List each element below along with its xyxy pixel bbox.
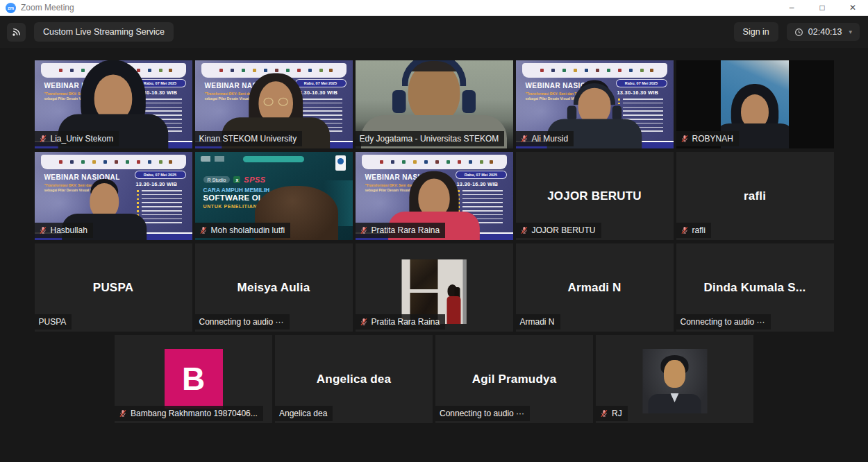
poster-sponsor-band <box>362 155 507 169</box>
mic-muted-icon <box>360 226 368 234</box>
participant-tile-angelica[interactable]: Angelica dea Angelica dea <box>275 335 433 423</box>
name-label: Ali Mursid <box>516 131 574 146</box>
participant-name: Armadi N <box>520 317 555 327</box>
mic-muted-icon <box>360 318 368 326</box>
close-button[interactable]: ✕ <box>837 0 868 15</box>
zoom-app-icon: zm <box>6 3 16 13</box>
streaming-service-badge[interactable]: Custom Live Streaming Service <box>34 22 174 42</box>
participant-name: Kinan STEKOM University <box>199 134 297 144</box>
excel-icon <box>233 176 240 183</box>
mic-muted-icon <box>39 226 47 234</box>
name-label: Moh sholahudin lutfi <box>195 223 291 238</box>
participant-name: Hasbullah <box>51 225 87 235</box>
mic-muted-icon <box>520 135 528 143</box>
poster-tools-row: R Studio SPSS <box>203 176 266 184</box>
live-stream-button[interactable] <box>7 23 26 42</box>
name-label: Hasbullah <box>35 223 93 238</box>
sign-in-button[interactable]: Sign in <box>734 22 778 42</box>
participant-name: PUSPA <box>39 317 67 327</box>
poster-logos <box>201 156 237 162</box>
window-title: Zoom Meeting <box>21 3 74 12</box>
window-controls: – □ ✕ <box>776 0 868 15</box>
participant-tile-moh[interactable]: R Studio SPSS CARA AMPUH MEMILIH SOFTWAR… <box>195 152 353 240</box>
connecting-audio-label: Connecting to audio ··· <box>435 406 530 421</box>
participant-name: rafli <box>692 225 706 235</box>
mic-muted-icon <box>119 409 127 418</box>
participant-name: JOJOR BERUTU <box>532 225 596 235</box>
participant-tile-agil[interactable]: Agil Pramudya Connecting to audio ··· <box>435 335 593 423</box>
name-label: Lia_Univ Stekom <box>35 131 119 146</box>
participant-tile-bambang[interactable]: B Bambang Rakhmanto 19870406... <box>115 335 272 423</box>
participant-status: Connecting to audio ··· <box>681 317 765 327</box>
participant-name: Lia_Univ Stekom <box>51 134 114 144</box>
gallery-row-4: B Bambang Rakhmanto 19870406... Angelica… <box>115 335 753 423</box>
connecting-audio-label: Connecting to audio ··· <box>676 314 771 330</box>
connecting-audio-label: Connecting to audio ··· <box>195 314 290 330</box>
maximize-button[interactable]: □ <box>807 0 837 15</box>
profile-photo <box>642 349 707 413</box>
name-label: Angelica dea <box>275 406 333 421</box>
participant-tile-pratita-video[interactable]: WEBINAR NASIONAL "Transformasi DKV: Seni… <box>356 152 513 240</box>
name-label: JOJOR BERUTU <box>516 223 601 238</box>
name-label: Pratita Rara Raina <box>356 314 446 330</box>
participant-tile-puspa[interactable]: PUSPA PUSPA <box>35 243 192 332</box>
poster-line: CARA AMPUH MEMILIH <box>203 187 270 194</box>
name-label: Pratita Rara Raina <box>356 223 446 238</box>
mic-muted-icon <box>681 135 689 143</box>
name-label: RJ <box>596 406 628 421</box>
participant-gallery: WEBINAR NASIONAL "Transformasi DKV: Seni… <box>0 48 868 423</box>
mic-muted-icon <box>39 135 47 143</box>
participant-name: ROBYNAH <box>692 134 733 144</box>
name-label: Bambang Rakhmanto 19870406... <box>115 406 263 421</box>
mic-muted-icon <box>199 226 208 234</box>
participant-name: Bambang Rakhmanto 19870406... <box>131 409 258 418</box>
mic-muted-icon <box>681 226 689 234</box>
spss-logo-text: SPSS <box>244 176 265 184</box>
clock-icon <box>794 28 803 37</box>
name-label: Kinan STEKOM University <box>195 131 303 146</box>
poster-partner-badge <box>335 155 346 171</box>
name-label: rafli <box>676 223 711 238</box>
name-label: PUSPA <box>35 314 72 330</box>
participant-tile-hasbullah[interactable]: WEBINAR NASIONAL "Transformasi DKV: Seni… <box>35 152 192 240</box>
participant-status: Connecting to audio ··· <box>199 317 284 327</box>
name-label: Edy Jogatama - Universitas STEKOM <box>356 131 505 146</box>
participant-tile-jojor[interactable]: JOJOR BERUTU JOJOR BERUTU <box>516 152 674 240</box>
participant-tile-ali[interactable]: WEBINAR NASIONAL "Transformasi DKV: Seni… <box>516 60 674 148</box>
mic-muted-icon <box>600 409 608 418</box>
minimize-button[interactable]: – <box>776 0 807 15</box>
window-titlebar: zm Zoom Meeting – □ ✕ <box>0 0 868 16</box>
toolbar-right: Sign in 02:40:13 ▾ <box>734 22 860 42</box>
participant-name: Ali Mursid <box>532 134 569 144</box>
poster-sponsor-band <box>41 155 186 169</box>
participant-name: RJ <box>612 409 622 418</box>
participant-tile-dinda[interactable]: Dinda Kumala S... Connecting to audio ··… <box>676 243 834 332</box>
participant-tile-lia[interactable]: WEBINAR NASIONAL "Transformasi DKV: Seni… <box>35 60 192 148</box>
gallery-row-1: WEBINAR NASIONAL "Transformasi DKV: Seni… <box>35 60 834 148</box>
timer-value: 02:40:13 <box>808 27 842 37</box>
participant-name: Angelica dea <box>279 409 327 418</box>
name-label: ROBYNAH <box>676 131 739 146</box>
participant-tile-pratita-photo[interactable]: Pratita Rara Raina <box>356 243 513 332</box>
gallery-row-3: PUSPA PUSPA Meisya Aulia Connecting to a… <box>35 243 834 332</box>
participant-name: Edy Jogatama - Universitas STEKOM <box>360 134 499 144</box>
live-stream-icon <box>12 27 22 37</box>
chevron-down-icon: ▾ <box>849 28 852 35</box>
meeting-timer[interactable]: 02:40:13 ▾ <box>787 23 860 41</box>
mic-muted-icon <box>520 226 528 234</box>
participant-name: Moh sholahudin lutfi <box>211 225 285 235</box>
poster-header-pill <box>243 156 304 162</box>
participant-tile-armadi[interactable]: Armadi N Armadi N <box>516 243 674 332</box>
name-label: Armadi N <box>516 314 560 330</box>
participant-tile-meisya[interactable]: Meisya Aulia Connecting to audio ··· <box>195 243 353 332</box>
participant-tile-rj[interactable]: RJ <box>596 335 753 423</box>
meeting-toolbar: Custom Live Streaming Service Sign in 02… <box>0 16 868 48</box>
participant-tile-robynah[interactable]: ROBYNAH <box>676 60 834 148</box>
participant-name: Pratita Rara Raina <box>372 317 440 327</box>
gallery-row-2: WEBINAR NASIONAL "Transformasi DKV: Seni… <box>35 152 834 240</box>
participant-status: Connecting to audio ··· <box>440 409 524 418</box>
participant-tile-edy[interactable]: Edy Jogatama - Universitas STEKOM <box>356 60 513 148</box>
participant-name: Pratita Rara Raina <box>372 225 440 235</box>
participant-tile-kinan-active-speaker[interactable]: WEBINAR NASIONAL "Transformasi DKV: Seni… <box>195 60 353 148</box>
participant-tile-rafli[interactable]: rafli rafli <box>676 152 834 240</box>
